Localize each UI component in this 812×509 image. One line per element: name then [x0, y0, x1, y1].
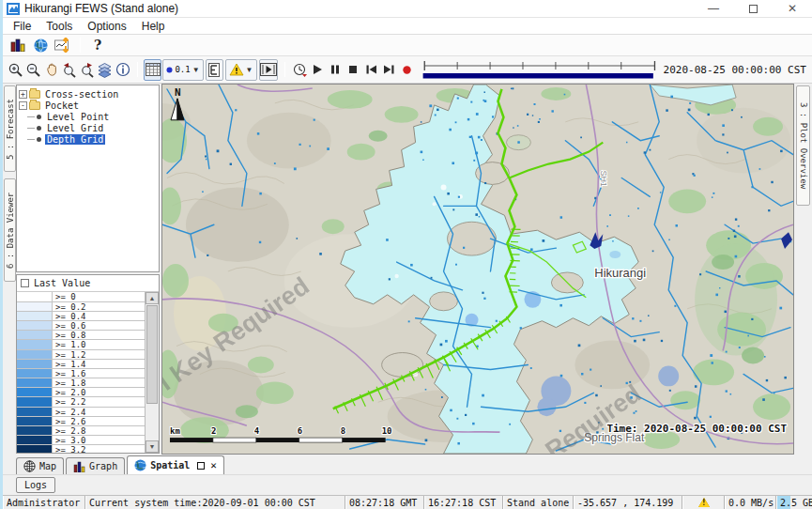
legend-color-swatch	[17, 331, 53, 339]
zoom-out-icon[interactable]	[24, 59, 42, 81]
legend-row[interactable]: >= 2.6	[17, 417, 145, 426]
tree-item-level-point[interactable]: Level Point	[19, 111, 157, 122]
record-button[interactable]	[398, 59, 416, 81]
legend-row[interactable]: >= 0.8	[17, 331, 145, 340]
legend-row-label: >= 2.0	[53, 388, 145, 396]
main-area: 5 : Forecast 6 : Data Viewer + Cross-sec…	[3, 84, 812, 455]
legend-row-label: >= 1.6	[53, 369, 145, 378]
tree-connector	[27, 139, 35, 140]
map-time-label: Time: 2020-08-25 00:00:00 CST	[606, 423, 787, 435]
tab-spatial[interactable]: Spatial ✕	[127, 455, 224, 474]
map-canvas[interactable]: Hikurangi Springs Flat SH1 API Key Requi…	[162, 85, 793, 454]
legend-row-label: >= 0	[53, 292, 145, 301]
stop-button[interactable]	[345, 59, 362, 81]
database-viewer-icon[interactable]	[7, 36, 29, 55]
legend-color-swatch	[17, 350, 53, 359]
scale-tick: 4	[254, 426, 259, 436]
layers-icon[interactable]	[96, 59, 114, 81]
expand-icon[interactable]: +	[19, 90, 27, 99]
time-slider[interactable]	[421, 58, 658, 82]
window-title: Hikurangi FEWS (Stand alone)	[24, 2, 178, 15]
tree-item-pocket[interactable]: - Pocket	[19, 100, 157, 111]
warning-icon	[698, 498, 710, 507]
timer-icon[interactable]	[291, 59, 309, 81]
legend-row[interactable]: >= 0	[17, 292, 145, 301]
map-view[interactable]: Hikurangi Springs Flat SH1 API Key Requi…	[161, 84, 794, 455]
pause-button[interactable]	[327, 59, 345, 81]
scroll-down-icon[interactable]: ▼	[146, 440, 159, 453]
maximize-button[interactable]	[733, 0, 773, 17]
info-icon[interactable]	[114, 59, 131, 81]
legend-row[interactable]: >= 1.2	[17, 350, 145, 360]
status-net-rate: 0.0 MB/s	[725, 496, 776, 509]
legend-row[interactable]: >= 0.6	[17, 321, 145, 331]
legend-scrollbar[interactable]: ▲ ▼	[146, 292, 159, 453]
threshold-dropdown[interactable]: 0.1 ▼	[162, 59, 203, 81]
tree-item-depth-grid[interactable]: Depth Grid	[19, 133, 157, 145]
collapse-icon[interactable]: -	[19, 101, 27, 110]
maximize-panel-icon[interactable]	[197, 462, 205, 470]
legend-row[interactable]: >= 2.0	[17, 388, 145, 397]
close-panel-icon[interactable]: ✕	[210, 459, 217, 471]
legend-row[interactable]: >= 1.8	[17, 378, 145, 388]
logs-button[interactable]: Logs	[16, 477, 55, 493]
tree-item-level-grid[interactable]: Level Grid	[19, 122, 157, 133]
play-button[interactable]	[309, 59, 327, 81]
legend-row[interactable]: >= 1.6	[17, 369, 145, 378]
app-window: Hikurangi FEWS (Stand alone) — ✕ File To…	[0, 0, 812, 509]
toolbar-separator	[137, 62, 138, 77]
legend-row-label: >= 3.2	[53, 445, 145, 453]
tree-connector	[27, 116, 35, 117]
tree-connector	[27, 128, 35, 129]
left-tab-strip: 5 : Forecast 6 : Data Viewer	[3, 84, 16, 455]
scale-tick: 8	[341, 426, 345, 436]
tree-item-label: Cross-section	[43, 89, 120, 100]
elevation-labels-button[interactable]	[206, 59, 223, 81]
animation-frame-button[interactable]	[259, 59, 278, 81]
pan-hand-icon[interactable]	[42, 59, 60, 81]
skip-to-end-button[interactable]	[380, 59, 398, 81]
tab-data-viewer[interactable]: 6 : Data Viewer	[4, 178, 16, 282]
legend-row-label: >= 2.2	[53, 397, 145, 406]
legend-row[interactable]: >= 3.2	[17, 445, 145, 453]
timeseries-display-icon[interactable]	[52, 36, 74, 55]
status-user: Administrator	[3, 496, 85, 509]
scroll-up-icon[interactable]: ▲	[146, 292, 159, 304]
tab-forecast[interactable]: 5 : Forecast	[4, 85, 16, 172]
menu-options[interactable]: Options	[80, 19, 133, 34]
legend-row[interactable]: >= 0.2	[17, 302, 145, 312]
tree-item-cross-section[interactable]: + Cross-section	[19, 88, 157, 100]
last-value-checkbox[interactable]	[21, 279, 29, 287]
close-button[interactable]: ✕	[773, 0, 812, 17]
scroll-track[interactable]	[146, 304, 159, 440]
help-button[interactable]: ?	[86, 36, 109, 55]
legend-row[interactable]: >= 1.4	[17, 360, 145, 369]
menu-file[interactable]: File	[6, 19, 38, 34]
legend-row[interactable]: >= 2.2	[17, 397, 145, 407]
zoom-previous-icon[interactable]	[60, 59, 78, 81]
status-warning-cell[interactable]	[682, 496, 725, 509]
legend-row[interactable]: >= 3.0	[17, 436, 145, 445]
scroll-thumb[interactable]	[146, 305, 158, 403]
menu-bar: File Tools Options Help	[3, 18, 812, 35]
tab-plot-overview[interactable]: 3 : Plot Overview	[796, 85, 810, 206]
tab-map[interactable]: Map	[16, 457, 64, 474]
zoom-in-icon[interactable]	[7, 59, 24, 81]
legend-color-swatch	[17, 445, 53, 453]
road-label: SH1	[599, 171, 608, 187]
menu-tools[interactable]: Tools	[38, 19, 80, 34]
skip-to-start-button[interactable]	[362, 59, 380, 81]
legend-row[interactable]: >= 2.4	[17, 408, 145, 417]
minimize-button[interactable]: —	[694, 0, 733, 17]
memory-label: 2.5 GB	[780, 498, 812, 508]
spatial-display-icon[interactable]	[29, 36, 52, 55]
warning-threshold-dropdown[interactable]: ▼	[225, 59, 257, 81]
zoom-next-icon[interactable]	[78, 59, 96, 81]
grid-display-button[interactable]	[144, 59, 161, 81]
menu-help[interactable]: Help	[134, 19, 173, 34]
legend-row[interactable]: >= 2.8	[17, 426, 145, 436]
tab-graph[interactable]: Graph	[66, 457, 125, 474]
status-local-time: 16:27:18 CST	[424, 496, 503, 509]
legend-row[interactable]: >= 1.0	[17, 340, 145, 349]
legend-row[interactable]: >= 0.4	[17, 312, 145, 321]
